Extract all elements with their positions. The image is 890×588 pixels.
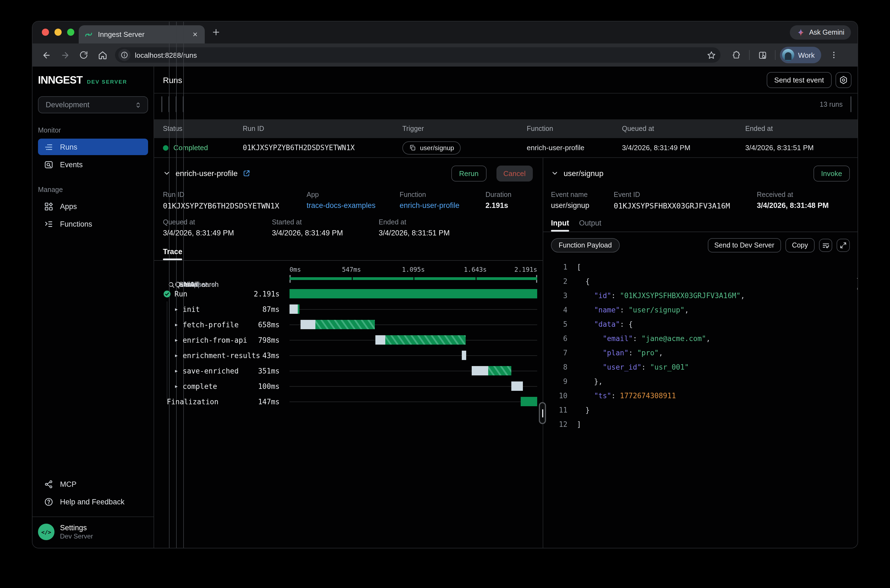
line-number: 10 <box>551 389 567 403</box>
queue-segment <box>300 320 316 329</box>
collapse-chevron-icon[interactable] <box>551 170 559 177</box>
forward-icon[interactable] <box>57 47 73 63</box>
extensions-icon[interactable] <box>728 47 745 63</box>
expand-triangle-icon[interactable]: ▶ <box>175 307 178 312</box>
code-text: [ <box>577 260 581 274</box>
word-wrap-icon[interactable] <box>819 239 832 252</box>
payload-code-editor[interactable]: 1 [ 2 { 3 "id": "01KJXSYPSFHBXX03GRJFV3A… <box>551 260 850 432</box>
trace-rows: Run 2.191s ▶init 87ms ▶fetch-profile 658… <box>163 286 533 409</box>
trace-row-init[interactable]: ▶init 87ms <box>163 302 533 317</box>
tab-input[interactable]: Input <box>551 219 569 232</box>
search-tabs-icon[interactable] <box>754 47 771 63</box>
column-header-ended-at[interactable]: Ended at <box>745 125 857 132</box>
queue-segment <box>375 335 385 345</box>
trace-row-complete[interactable]: ▶complete 100ms <box>163 378 533 394</box>
column-header-trigger[interactable]: Trigger <box>402 125 527 132</box>
sidebar-item-help[interactable]: Help and Feedback <box>38 494 148 510</box>
code-line: 8 "user_id": "usr_001" <box>551 360 850 375</box>
column-header-queued-at[interactable]: Queued at <box>622 125 745 132</box>
event-id-value: 01KJXSYPSFHBXX03GRJFV3A16M <box>614 201 757 210</box>
send-test-event-button[interactable]: Send test event <box>767 72 832 88</box>
trace-waterfall: 0ms 547ms 1.095s 1.643s 2.191s <box>163 266 533 409</box>
sidebar-item-apps[interactable]: Apps <box>38 198 148 214</box>
column-header-function[interactable]: Function <box>527 125 622 132</box>
sidebar-item-label: Functions <box>60 220 92 228</box>
sidebar-item-settings[interactable]: </> Settings Dev Server <box>33 517 153 548</box>
function-link[interactable]: enrich-user-profile <box>400 201 486 210</box>
send-test-event-label: Send test event <box>774 76 824 84</box>
line-number: 9 <box>551 375 567 389</box>
tab-trace[interactable]: Trace <box>163 248 182 260</box>
site-info-icon[interactable] <box>118 49 131 61</box>
app-link[interactable]: trace-docs-examples <box>307 201 400 210</box>
table-row[interactable]: Completed 01KJXSYPZYB6TH2DSDSYETWN1X use… <box>154 138 857 158</box>
run-segment <box>488 366 511 375</box>
expand-triangle-icon[interactable]: ▶ <box>175 322 178 327</box>
function-payload-button[interactable]: Function Payload <box>551 238 619 252</box>
trace-row-Run[interactable]: Run 2.191s <box>163 286 533 302</box>
send-to-dev-server-button[interactable]: Send to Dev Server <box>708 238 781 252</box>
trigger-pill[interactable]: user/signup <box>402 141 461 154</box>
external-link-icon[interactable] <box>243 170 250 177</box>
table-columns-dropdown[interactable]: Table columns <box>850 96 851 112</box>
code-line: 2 { <box>551 274 850 289</box>
home-icon[interactable] <box>94 47 111 63</box>
copy-label: Copy <box>792 242 808 249</box>
main-content: Runs Send test event Show search Queued … <box>154 66 857 548</box>
line-number: 11 <box>551 403 567 417</box>
run-detail-panel: enrich-user-profile Rerun Cancel Run ID0… <box>154 158 543 548</box>
runs-table-header: Status Run ID Trigger Function Queued at… <box>154 119 857 138</box>
profile-button[interactable]: Work <box>780 47 821 63</box>
invoke-button[interactable]: Invoke <box>813 165 850 181</box>
expand-triangle-icon[interactable]: ▶ <box>175 338 178 342</box>
trace-row-save-enriched[interactable]: ▶save-enriched 351ms <box>163 363 533 378</box>
window-controls <box>42 28 74 36</box>
code-text: { <box>577 274 590 289</box>
event-name-label: Event name <box>551 191 614 199</box>
line-number: 2 <box>551 274 567 289</box>
expand-triangle-icon[interactable]: ▶ <box>175 368 178 373</box>
queued-at-value: 3/4/2026, 8:31:49 PM <box>163 229 272 237</box>
success-check-icon <box>163 290 171 298</box>
tick-label: 2.191s <box>514 266 537 273</box>
reload-icon[interactable] <box>75 47 92 63</box>
sidebar-item-events[interactable]: Events <box>38 156 148 173</box>
expand-triangle-icon[interactable]: ▶ <box>175 384 178 388</box>
cancel-button[interactable]: Cancel <box>496 165 533 181</box>
environment-select[interactable]: Development <box>38 96 148 113</box>
bookmark-star-icon[interactable] <box>707 50 716 60</box>
show-search-button[interactable]: Show search <box>161 96 162 112</box>
rerun-button[interactable]: Rerun <box>451 165 486 181</box>
tab-output[interactable]: Output <box>579 219 601 232</box>
row-gridline <box>290 356 537 356</box>
sidebar-item-runs[interactable]: Runs <box>38 139 148 155</box>
browser-window: Inngest Server Ask Gemini localhost:8288… <box>33 21 857 548</box>
close-window-button[interactable] <box>42 28 49 36</box>
trace-row-Finalization[interactable]: Finalization 147ms <box>163 394 533 409</box>
dev-server-settings-button[interactable] <box>836 72 851 88</box>
trace-row-fetch-profile[interactable]: ▶fetch-profile 658ms <box>163 317 533 332</box>
maximize-window-button[interactable] <box>67 28 74 36</box>
detail-panels: enrich-user-profile Rerun Cancel Run ID0… <box>154 158 857 548</box>
collapse-chevron-icon[interactable] <box>163 170 171 177</box>
code-line: 12 ] <box>551 417 850 432</box>
received-at-label: Received at <box>757 191 850 199</box>
queued-at-cell: 3/4/2026, 8:31:49 PM <box>622 144 745 152</box>
sidebar-item-functions[interactable]: Functions <box>38 216 148 232</box>
panel-resize-handle[interactable] <box>539 402 546 424</box>
ask-gemini-button[interactable]: Ask Gemini <box>790 25 851 40</box>
expand-triangle-icon[interactable]: ▶ <box>175 353 178 358</box>
minimize-window-button[interactable] <box>54 28 62 36</box>
sidebar-item-mcp[interactable]: MCP <box>38 476 148 492</box>
step-name: fetch-profile <box>183 320 239 328</box>
trace-row-enrich-from-api[interactable]: ▶enrich-from-api 798ms <box>163 332 533 348</box>
copy-button[interactable]: Copy <box>785 238 815 252</box>
column-header-run-id[interactable]: Run ID <box>243 125 402 132</box>
browser-menu-icon[interactable] <box>825 47 842 63</box>
back-icon[interactable] <box>38 47 54 63</box>
row-gridline <box>290 402 537 402</box>
run-id-cell: 01KJXSYPZYB6TH2DSDSYETWN1X <box>243 144 402 152</box>
timeline-minimap[interactable] <box>290 275 537 283</box>
expand-icon[interactable] <box>837 239 850 252</box>
trace-row-enrichment-results[interactable]: ▶enrichment-results 43ms <box>163 348 533 363</box>
